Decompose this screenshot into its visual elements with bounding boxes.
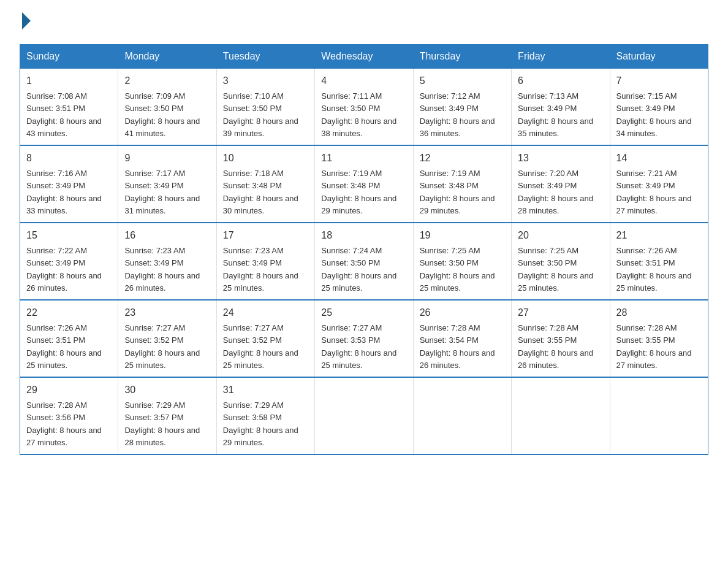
day-number: 27 (518, 305, 603, 320)
table-row: 16Sunrise: 7:23 AMSunset: 3:49 PMDayligh… (118, 223, 216, 300)
calendar-week-row: 15Sunrise: 7:22 AMSunset: 3:49 PMDayligh… (20, 223, 708, 300)
day-info: Sunrise: 7:28 AMSunset: 3:55 PMDaylight:… (616, 323, 692, 370)
table-row: 9Sunrise: 7:17 AMSunset: 3:49 PMDaylight… (118, 145, 216, 223)
day-number: 1 (26, 74, 112, 88)
day-info: Sunrise: 7:16 AMSunset: 3:49 PMDaylight:… (26, 169, 102, 215)
calendar-week-row: 29Sunrise: 7:28 AMSunset: 3:56 PMDayligh… (20, 377, 708, 454)
day-number: 31 (223, 383, 308, 397)
day-info: Sunrise: 7:27 AMSunset: 3:53 PMDaylight:… (321, 323, 396, 370)
day-number: 11 (321, 151, 406, 166)
day-number: 23 (124, 305, 210, 320)
logo (20, 15, 31, 29)
day-number: 20 (518, 228, 603, 243)
col-tuesday: Tuesday (216, 45, 314, 69)
day-info: Sunrise: 7:15 AMSunset: 3:49 PMDaylight:… (616, 91, 692, 138)
day-info: Sunrise: 7:10 AMSunset: 3:50 PMDaylight:… (223, 91, 298, 138)
day-info: Sunrise: 7:28 AMSunset: 3:56 PMDaylight:… (26, 400, 102, 447)
table-row: 24Sunrise: 7:27 AMSunset: 3:52 PMDayligh… (216, 300, 314, 377)
day-info: Sunrise: 7:13 AMSunset: 3:49 PMDaylight:… (518, 91, 593, 138)
day-number: 2 (124, 74, 210, 88)
day-number: 12 (420, 151, 505, 166)
day-number: 24 (223, 305, 308, 320)
page-header (20, 15, 708, 29)
table-row: 27Sunrise: 7:28 AMSunset: 3:55 PMDayligh… (512, 300, 610, 377)
day-info: Sunrise: 7:09 AMSunset: 3:50 PMDaylight:… (124, 91, 200, 138)
table-row: 15Sunrise: 7:22 AMSunset: 3:49 PMDayligh… (20, 223, 118, 300)
table-row: 10Sunrise: 7:18 AMSunset: 3:48 PMDayligh… (216, 145, 314, 223)
table-row (413, 377, 511, 454)
table-row: 8Sunrise: 7:16 AMSunset: 3:49 PMDaylight… (20, 145, 118, 223)
day-info: Sunrise: 7:20 AMSunset: 3:49 PMDaylight:… (518, 169, 593, 215)
table-row: 30Sunrise: 7:29 AMSunset: 3:57 PMDayligh… (118, 377, 216, 454)
table-row: 4Sunrise: 7:11 AMSunset: 3:50 PMDaylight… (315, 69, 413, 146)
table-row: 13Sunrise: 7:20 AMSunset: 3:49 PMDayligh… (512, 145, 610, 223)
day-number: 13 (518, 151, 603, 166)
day-number: 30 (124, 383, 210, 397)
day-info: Sunrise: 7:19 AMSunset: 3:48 PMDaylight:… (420, 169, 495, 215)
day-info: Sunrise: 7:25 AMSunset: 3:50 PMDaylight:… (420, 246, 495, 293)
day-info: Sunrise: 7:23 AMSunset: 3:49 PMDaylight:… (124, 246, 200, 293)
day-info: Sunrise: 7:27 AMSunset: 3:52 PMDaylight:… (124, 323, 200, 370)
table-row: 6Sunrise: 7:13 AMSunset: 3:49 PMDaylight… (512, 69, 610, 146)
day-number: 25 (321, 305, 406, 320)
day-info: Sunrise: 7:26 AMSunset: 3:51 PMDaylight:… (616, 246, 692, 293)
table-row: 12Sunrise: 7:19 AMSunset: 3:48 PMDayligh… (413, 145, 511, 223)
calendar-table: Sunday Monday Tuesday Wednesday Thursday… (20, 44, 708, 455)
table-row: 23Sunrise: 7:27 AMSunset: 3:52 PMDayligh… (118, 300, 216, 377)
col-thursday: Thursday (413, 45, 511, 69)
table-row: 1Sunrise: 7:08 AMSunset: 3:51 PMDaylight… (20, 69, 118, 146)
day-number: 4 (321, 74, 406, 88)
day-number: 28 (616, 305, 702, 320)
col-sunday: Sunday (20, 45, 118, 69)
table-row: 2Sunrise: 7:09 AMSunset: 3:50 PMDaylight… (118, 69, 216, 146)
table-row: 18Sunrise: 7:24 AMSunset: 3:50 PMDayligh… (315, 223, 413, 300)
day-info: Sunrise: 7:28 AMSunset: 3:55 PMDaylight:… (518, 323, 593, 370)
table-row: 28Sunrise: 7:28 AMSunset: 3:55 PMDayligh… (610, 300, 708, 377)
table-row: 14Sunrise: 7:21 AMSunset: 3:49 PMDayligh… (610, 145, 708, 223)
table-row: 5Sunrise: 7:12 AMSunset: 3:49 PMDaylight… (413, 69, 511, 146)
day-number: 8 (26, 151, 112, 166)
col-wednesday: Wednesday (315, 45, 413, 69)
day-number: 19 (420, 228, 505, 243)
calendar-header-row: Sunday Monday Tuesday Wednesday Thursday… (20, 45, 708, 69)
day-number: 17 (223, 228, 308, 243)
day-info: Sunrise: 7:12 AMSunset: 3:49 PMDaylight:… (420, 91, 495, 138)
day-info: Sunrise: 7:08 AMSunset: 3:51 PMDaylight:… (26, 91, 102, 138)
table-row: 3Sunrise: 7:10 AMSunset: 3:50 PMDaylight… (216, 69, 314, 146)
day-number: 29 (26, 383, 112, 397)
calendar-week-row: 22Sunrise: 7:26 AMSunset: 3:51 PMDayligh… (20, 300, 708, 377)
day-number: 7 (616, 74, 702, 88)
col-saturday: Saturday (610, 45, 708, 69)
day-number: 21 (616, 228, 702, 243)
col-friday: Friday (512, 45, 610, 69)
day-info: Sunrise: 7:17 AMSunset: 3:49 PMDaylight:… (124, 169, 200, 215)
col-monday: Monday (118, 45, 216, 69)
table-row: 7Sunrise: 7:15 AMSunset: 3:49 PMDaylight… (610, 69, 708, 146)
table-row: 17Sunrise: 7:23 AMSunset: 3:49 PMDayligh… (216, 223, 314, 300)
day-info: Sunrise: 7:22 AMSunset: 3:49 PMDaylight:… (26, 246, 102, 293)
day-info: Sunrise: 7:26 AMSunset: 3:51 PMDaylight:… (26, 323, 102, 370)
day-number: 14 (616, 151, 702, 166)
day-number: 3 (223, 74, 308, 88)
table-row (512, 377, 610, 454)
day-number: 18 (321, 228, 406, 243)
day-info: Sunrise: 7:29 AMSunset: 3:58 PMDaylight:… (223, 400, 298, 447)
day-number: 26 (420, 305, 505, 320)
table-row: 20Sunrise: 7:25 AMSunset: 3:50 PMDayligh… (512, 223, 610, 300)
day-info: Sunrise: 7:11 AMSunset: 3:50 PMDaylight:… (321, 91, 396, 138)
day-number: 16 (124, 228, 210, 243)
day-info: Sunrise: 7:29 AMSunset: 3:57 PMDaylight:… (124, 400, 200, 447)
day-info: Sunrise: 7:21 AMSunset: 3:49 PMDaylight:… (616, 169, 692, 215)
day-info: Sunrise: 7:24 AMSunset: 3:50 PMDaylight:… (321, 246, 396, 293)
table-row: 11Sunrise: 7:19 AMSunset: 3:48 PMDayligh… (315, 145, 413, 223)
day-number: 10 (223, 151, 308, 166)
day-number: 22 (26, 305, 112, 320)
table-row: 19Sunrise: 7:25 AMSunset: 3:50 PMDayligh… (413, 223, 511, 300)
calendar-week-row: 1Sunrise: 7:08 AMSunset: 3:51 PMDaylight… (20, 69, 708, 146)
day-number: 9 (124, 151, 210, 166)
day-info: Sunrise: 7:28 AMSunset: 3:54 PMDaylight:… (420, 323, 495, 370)
table-row: 21Sunrise: 7:26 AMSunset: 3:51 PMDayligh… (610, 223, 708, 300)
day-number: 15 (26, 228, 112, 243)
day-info: Sunrise: 7:18 AMSunset: 3:48 PMDaylight:… (223, 169, 298, 215)
table-row: 26Sunrise: 7:28 AMSunset: 3:54 PMDayligh… (413, 300, 511, 377)
